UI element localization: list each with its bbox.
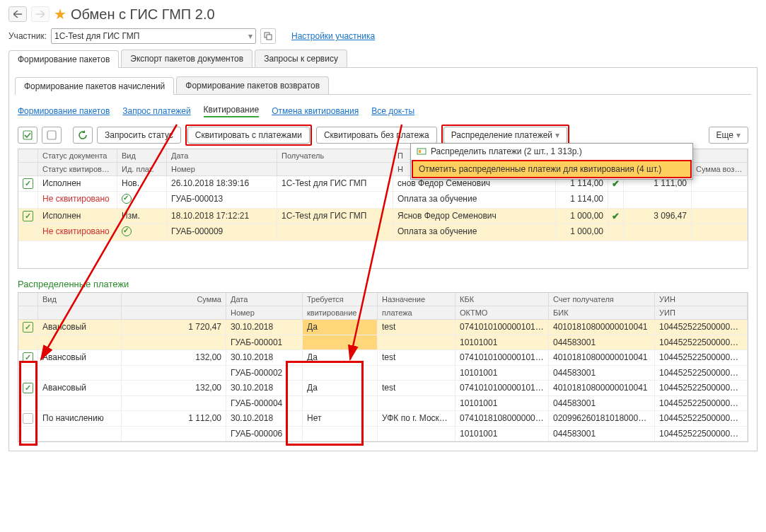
g2-col-uip[interactable]: УИП [655, 306, 748, 319]
table-row[interactable]: ГУАБ-000001 10101001 044583001 104452522… [18, 335, 748, 350]
g2-col-bik[interactable]: БИК [549, 306, 655, 319]
table-row[interactable]: Не сквитировано ГУАБ-000009 Оплата за об… [18, 224, 748, 241]
svg-rect-3 [47, 131, 56, 139]
tab-packet-formation[interactable]: Формирование пакетов [8, 50, 119, 68]
request-status-button[interactable]: Запросить статус [97, 127, 181, 144]
col-vid[interactable]: Вид [117, 149, 167, 162]
participant-label: Участник: [8, 31, 47, 41]
svg-rect-5 [419, 150, 421, 153]
g2-col-kbk[interactable]: КБК [455, 293, 549, 306]
svg-rect-4 [417, 149, 426, 154]
dd-item-distribute[interactable]: Распределить платежи (2 шт., 1 313р.) [411, 144, 692, 159]
col-sum-return[interactable]: Сумма возврат [692, 163, 748, 175]
g2-col-nazn[interactable]: Назначение [378, 293, 455, 306]
distributed-payments-title: Распределенные платежи [18, 279, 748, 289]
table-row[interactable]: ГУАБ-000002 10101001 044583001 104452522… [18, 366, 748, 381]
tab-packet-export[interactable]: Экспорт пакетов документов [121, 50, 253, 67]
favorite-star-icon[interactable]: ★ [54, 6, 66, 23]
g2-col-vid[interactable]: Вид [38, 293, 122, 306]
col-status-kvit[interactable]: Статус квитирования [38, 163, 117, 175]
table-row[interactable]: ✓ Авансовый 1 720,47 30.10.2018 Да test … [18, 320, 748, 335]
kvit-no-payment-button[interactable]: Сквитировать без платежа [316, 127, 437, 144]
participant-select[interactable]: 1С-Test для ГИС ГМП ▾ [51, 28, 256, 44]
col-id-plat[interactable]: Ид. плат. [117, 163, 167, 175]
page-title: Обмен с ГИС ГМП 2.0 [71, 6, 215, 23]
table-row[interactable]: ✓ Авансовый 132,00 30.10.2018 Да test 07… [18, 350, 748, 366]
table-row[interactable]: ✓ Исполнен Изм. 18.10.2018 17:12:21 1С-T… [18, 209, 748, 224]
chevron-down-icon: ▾ [555, 130, 559, 140]
link-all-docs[interactable]: Все док-ты [371, 106, 414, 116]
g2-col-oktmo[interactable]: ОКТМО [455, 306, 549, 319]
tab-service-requests[interactable]: Запросы к сервису [255, 50, 347, 67]
subtab-charges[interactable]: Формирование пакетов начислений [15, 77, 174, 95]
svg-rect-1 [267, 35, 272, 40]
link-kvitirovanie[interactable]: Квитирование [204, 105, 260, 117]
svg-rect-2 [23, 131, 32, 139]
table-row[interactable]: ГУАБ-000006 10101001 044583001 104452522… [18, 427, 748, 441]
distribution-menu-button[interactable]: Распределение платежей ▾ [443, 127, 567, 144]
more-button[interactable]: Еще ▾ [709, 127, 748, 144]
participant-settings-link[interactable]: Настройки участника [291, 31, 375, 41]
dd-item-mark-distributed-label: Отметить распределенные платежи для квит… [419, 164, 661, 174]
col-number[interactable]: Номер [167, 163, 277, 175]
refresh-button[interactable] [73, 127, 93, 144]
table-row[interactable]: Не сквитировано ГУАБ-000013 Оплата за об… [18, 192, 748, 209]
link-request-payments[interactable]: Запрос платежей [122, 106, 190, 116]
col-date[interactable]: Дата [167, 149, 277, 162]
subtab-returns[interactable]: Формирование пакетов возвратов [176, 76, 329, 94]
col-status-doc[interactable]: Статус документа [38, 149, 117, 162]
g2-col-acct[interactable]: Счет получателя [549, 293, 655, 306]
dd-item-mark-distributed[interactable]: Отметить распределенные платежи для квит… [413, 161, 690, 177]
g2-col-uin[interactable]: УИН [655, 293, 748, 306]
forward-button[interactable] [31, 6, 50, 22]
table-row[interactable]: . По начислению 1 112,00 30.10.2018 Нет … [18, 411, 748, 427]
uncheck-all-button[interactable] [42, 127, 62, 144]
chevron-down-icon: ▾ [248, 31, 253, 41]
check-all-button[interactable] [18, 127, 37, 144]
link-form-packets[interactable]: Формирование пакетов [18, 106, 110, 116]
chevron-down-icon: ▾ [736, 130, 741, 140]
kvit-with-payments-button[interactable]: Сквитировать с платежами [187, 127, 310, 144]
open-participant-button[interactable] [260, 28, 276, 44]
distribution-dropdown: Распределить платежи (2 шт., 1 313р.) От… [410, 143, 693, 180]
more-label: Еще [716, 130, 733, 140]
back-button[interactable] [8, 6, 27, 22]
dd-item-distribute-label: Распределить платежи (2 шт., 1 313р.) [431, 146, 582, 156]
g2-col-kvit[interactable]: Требуется [303, 293, 378, 306]
g2-col-date[interactable]: Дата [226, 293, 303, 306]
link-cancel-kvit[interactable]: Отмена квитирования [272, 106, 359, 116]
table-row[interactable]: ГУАБ-000004 10101001 044583001 104452522… [18, 396, 748, 411]
table-row[interactable]: ✓ Авансовый 132,00 30.10.2018 Да test 07… [18, 381, 748, 396]
distribute-icon [417, 146, 426, 156]
distribution-menu-label: Распределение платежей [451, 130, 552, 140]
payments-grid: Вид Сумма Дата Требуется Назначение КБК … [18, 292, 748, 442]
g2-col-num[interactable]: Номер [226, 306, 303, 319]
g2-col-sum[interactable]: Сумма [122, 293, 226, 306]
col-recipient[interactable]: Получатель [277, 149, 393, 162]
participant-value: 1С-Test для ГИС ГМП [54, 31, 139, 41]
